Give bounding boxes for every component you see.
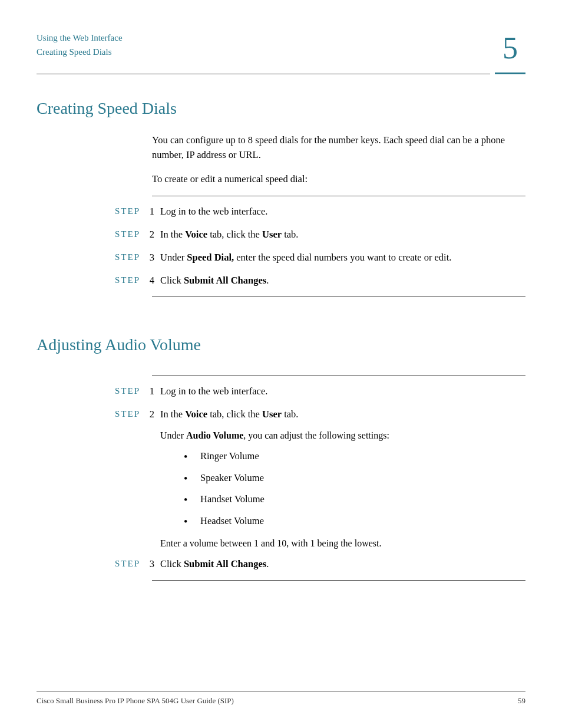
section2-steps-first: STEP1Log in to the web interface.STEP2In… — [37, 384, 525, 422]
step-text: In the Voice tab, click the User tab. — [160, 407, 525, 422]
breadcrumb: Using the Web Interface Creating Speed D… — [37, 31, 123, 59]
audio-volume-bullets: Ringer VolumeSpeaker VolumeHandset Volum… — [184, 449, 525, 529]
chapter-number: 5 — [495, 31, 525, 69]
step-row: STEP2In the Voice tab, click the User ta… — [37, 228, 525, 242]
section1-steps: STEP1Log in to the web interface.STEP2In… — [37, 205, 525, 288]
step-text: Click Submit All Changes. — [160, 274, 525, 288]
step-row: STEP3Click Submit All Changes. — [37, 557, 525, 572]
step-label: STEP — [106, 557, 140, 571]
header-divider-left — [37, 74, 490, 74]
step-number: 1 — [143, 205, 154, 219]
step-number: 3 — [143, 251, 154, 265]
step-label: STEP — [106, 274, 140, 287]
header-divider-right — [495, 73, 525, 74]
breadcrumb-line-2: Creating Speed Dials — [37, 45, 123, 59]
header-rule — [37, 73, 525, 74]
after-bullets-text: Enter a volume between 1 and 10, with 1 … — [160, 538, 525, 549]
intro-paragraph-2: To create or edit a numerical speed dial… — [152, 172, 525, 187]
volume-range-note: Enter a volume between 1 and 10, with 1 … — [160, 538, 381, 548]
page-header: Using the Web Interface Creating Speed D… — [37, 31, 525, 69]
section2-step-3: STEP3Click Submit All Changes. — [37, 557, 525, 572]
step-number: 3 — [143, 557, 154, 572]
page-footer: Cisco Small Business Pro IP Phone SPA 50… — [37, 691, 525, 706]
section1-intro: You can configure up to 8 speed dials fo… — [152, 133, 525, 186]
step-row: STEP1Log in to the web interface. — [37, 205, 525, 219]
step-row: STEP1Log in to the web interface. — [37, 384, 525, 399]
step-divider-bottom-1 — [152, 296, 525, 297]
step-divider-bottom-2 — [152, 580, 525, 581]
step-row: STEP2In the Voice tab, click the User ta… — [37, 407, 525, 422]
step-text: In the Voice tab, click the User tab. — [160, 228, 525, 242]
section-title-audio-volume: Adjusting Audio Volume — [37, 335, 525, 354]
step-text: Log in to the web interface. — [160, 205, 525, 219]
footer-doc-title: Cisco Small Business Pro IP Phone SPA 50… — [37, 696, 234, 706]
step-row: STEP3Under Speed Dial, enter the speed d… — [37, 251, 525, 265]
breadcrumb-line-1: Using the Web Interface — [37, 31, 123, 45]
step-text: Click Submit All Changes. — [160, 557, 525, 572]
step-number: 4 — [143, 274, 154, 288]
step-divider-top-2 — [152, 375, 525, 376]
bullet-item: Handset Volume — [184, 492, 525, 507]
step-label: STEP — [106, 205, 140, 218]
step-text: Under Speed Dial, enter the speed dial n… — [160, 251, 525, 265]
bullet-item: Speaker Volume — [184, 471, 525, 486]
bullet-item: Ringer Volume — [184, 449, 525, 464]
under-audio-volume-text: Under Audio Volume, you can adjust the f… — [160, 430, 525, 441]
step-text: Log in to the web interface. — [160, 384, 525, 399]
step-divider-top-1 — [152, 196, 525, 196]
under-text: Under Audio Volume, you can adjust the f… — [160, 430, 389, 440]
step-number: 2 — [143, 407, 154, 422]
step-label: STEP — [106, 407, 140, 421]
intro-paragraph-1: You can configure up to 8 speed dials fo… — [152, 133, 525, 163]
footer-page-number: 59 — [518, 696, 525, 706]
step-number: 2 — [143, 228, 154, 242]
bullet-item: Headset Volume — [184, 514, 525, 529]
step-label: STEP — [106, 384, 140, 398]
section-title-speed-dials: Creating Speed Dials — [37, 99, 525, 118]
step-label: STEP — [106, 228, 140, 241]
step-number: 1 — [143, 384, 154, 399]
step-row: STEP4Click Submit All Changes. — [37, 274, 525, 288]
footer-divider — [37, 691, 525, 691]
step-label: STEP — [106, 251, 140, 264]
